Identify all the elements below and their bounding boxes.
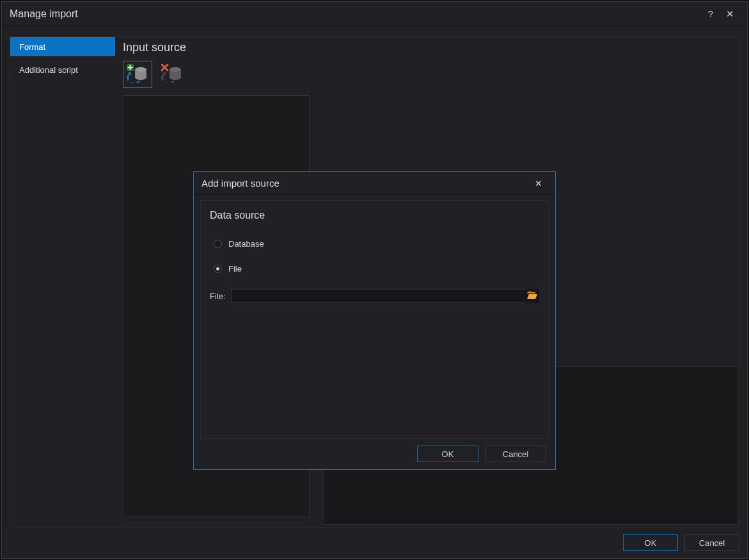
- help-icon[interactable]: ?: [701, 4, 720, 24]
- dialog-body: Data source Database File File:: [200, 200, 549, 439]
- manage-import-titlebar[interactable]: Manage import ? ✕: [2, 2, 747, 26]
- cancel-button[interactable]: Cancel: [684, 534, 739, 551]
- radio-icon: [214, 240, 222, 248]
- svg-point-4: [170, 67, 181, 72]
- section-title: Input source: [123, 37, 739, 61]
- sidebar-item-label: Format: [19, 42, 45, 52]
- add-source-button[interactable]: [123, 61, 152, 88]
- remove-source-icon: [161, 64, 183, 85]
- radio-label: File: [228, 264, 242, 274]
- cancel-button[interactable]: Cancel: [485, 446, 546, 462]
- group-title: Data source: [210, 210, 539, 221]
- remove-source-button[interactable]: [157, 61, 187, 88]
- file-label: File:: [210, 292, 226, 301]
- radio-label: Database: [228, 239, 264, 249]
- add-source-icon: [127, 64, 148, 85]
- radio-database[interactable]: Database: [210, 239, 539, 249]
- browse-button[interactable]: [525, 289, 539, 303]
- radio-file[interactable]: File: [210, 264, 539, 274]
- close-icon[interactable]: ✕: [530, 175, 548, 192]
- file-row: File:: [210, 289, 539, 303]
- radio-icon: [214, 265, 222, 273]
- svg-rect-3: [128, 66, 133, 68]
- dialog-footer: OK Cancel: [194, 439, 555, 469]
- sidebar-item-label: Additional script: [19, 65, 78, 75]
- file-path-input[interactable]: [231, 289, 535, 303]
- toolbar: [123, 61, 739, 88]
- sidebar: Format Additional script: [10, 37, 115, 527]
- dialog-title: Add import source: [201, 178, 280, 189]
- add-import-source-dialog: Add import source ✕ Data source Database…: [193, 171, 556, 470]
- outer-footer: OK Cancel: [2, 527, 747, 558]
- close-icon[interactable]: ✕: [720, 4, 739, 24]
- svg-point-0: [135, 67, 146, 72]
- dialog-titlebar[interactable]: Add import source ✕: [194, 172, 555, 195]
- window-title: Manage import: [10, 8, 78, 20]
- ok-button[interactable]: OK: [623, 534, 678, 551]
- sidebar-item-format[interactable]: Format: [10, 37, 115, 56]
- sidebar-item-additional-script[interactable]: Additional script: [10, 60, 115, 79]
- folder-open-icon: [527, 292, 537, 301]
- ok-button[interactable]: OK: [417, 446, 478, 462]
